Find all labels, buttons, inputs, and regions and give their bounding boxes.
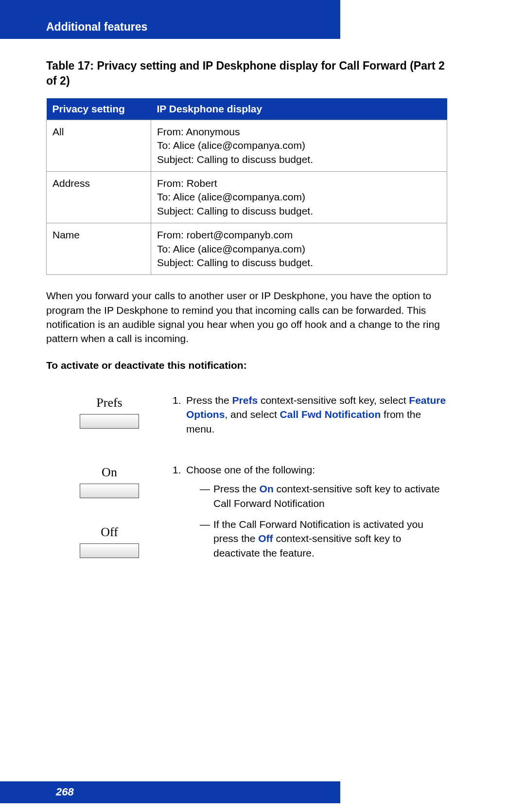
display-from: From: Anonymous	[157, 125, 441, 139]
steps-area: Prefs 1. Press the Prefs context-sensiti…	[46, 393, 447, 567]
privacy-table: Privacy setting IP Deskphone display All…	[46, 98, 447, 275]
body-paragraph: When you forward your calls to another u…	[46, 289, 447, 346]
softkey-button[interactable]	[80, 543, 139, 558]
display-to: To: Alice (alice@companya.com)	[157, 190, 441, 204]
link-on: On	[260, 483, 274, 494]
softkey-label: Prefs	[96, 396, 122, 410]
privacy-cell: Address	[47, 172, 151, 223]
step-number: 1.	[173, 393, 186, 436]
page: Additional features Table 17: Privacy se…	[0, 0, 525, 812]
header-band: Additional features	[0, 0, 340, 39]
softkey-column: Prefs	[46, 393, 173, 429]
display-to: To: Alice (alice@companya.com)	[157, 139, 441, 152]
table-row: Address From: Robert To: Alice (alice@co…	[47, 172, 447, 223]
table-row: All From: Anonymous To: Alice (alice@com…	[47, 120, 447, 172]
display-subject: Subject: Calling to discuss budget.	[157, 153, 441, 166]
section-heading: Additional features	[46, 20, 147, 34]
softkey-button[interactable]	[80, 484, 139, 498]
display-cell: From: robert@companyb.com To: Alice (ali…	[151, 223, 447, 275]
table-row: Name From: robert@companyb.com To: Alice…	[47, 223, 447, 275]
softkey-label: Off	[101, 525, 118, 540]
step-body: Choose one of the following: — Press the…	[186, 463, 447, 567]
instruction-title: To activate or deactivate this notificat…	[46, 360, 447, 371]
sub-item: — Press the On context-sensitive soft ke…	[200, 482, 447, 510]
footer-band: 268	[0, 781, 340, 803]
link-prefs: Prefs	[232, 395, 258, 406]
instruction-text: 1. Press the Prefs context-sensitive sof…	[173, 393, 447, 436]
display-subject: Subject: Calling to discuss budget.	[157, 256, 441, 270]
softkey-label: On	[102, 465, 117, 480]
step-intro: Choose one of the following:	[186, 463, 447, 477]
link-call-fwd-notification: Call Fwd Notification	[280, 409, 381, 420]
display-to: To: Alice (alice@companya.com)	[157, 242, 441, 256]
sub-item: — If the Call Forward Notification is ac…	[200, 517, 447, 560]
step-body: Press the Prefs context-sensitive soft k…	[186, 393, 447, 436]
col-header-privacy: Privacy setting	[47, 98, 151, 120]
display-from: From: robert@companyb.com	[157, 228, 441, 242]
display-from: From: Robert	[157, 177, 441, 190]
softkey-block-on: On	[80, 465, 139, 498]
table-title: Table 17: Privacy setting and IP Deskpho…	[46, 58, 447, 89]
display-cell: From: Anonymous To: Alice (alice@company…	[151, 120, 447, 172]
softkey-block-prefs: Prefs	[80, 396, 139, 429]
step-number: 1.	[173, 463, 186, 567]
privacy-cell: Name	[47, 223, 151, 275]
display-subject: Subject: Calling to discuss budget.	[157, 204, 441, 218]
display-cell: From: Robert To: Alice (alice@companya.c…	[151, 172, 447, 223]
col-header-display: IP Deskphone display	[151, 98, 447, 120]
step-row: Prefs 1. Press the Prefs context-sensiti…	[46, 393, 447, 436]
step-row: On Off 1. Choose one of the following:	[46, 463, 447, 567]
instruction-text: 1. Choose one of the following: — Press …	[173, 463, 447, 567]
privacy-cell: All	[47, 120, 151, 172]
softkey-column: On Off	[46, 463, 173, 558]
page-number: 268	[56, 786, 74, 798]
softkey-block-off: Off	[80, 525, 139, 558]
link-off: Off	[258, 533, 273, 544]
softkey-button[interactable]	[80, 414, 139, 429]
content-area: Table 17: Privacy setting and IP Deskpho…	[46, 58, 447, 567]
